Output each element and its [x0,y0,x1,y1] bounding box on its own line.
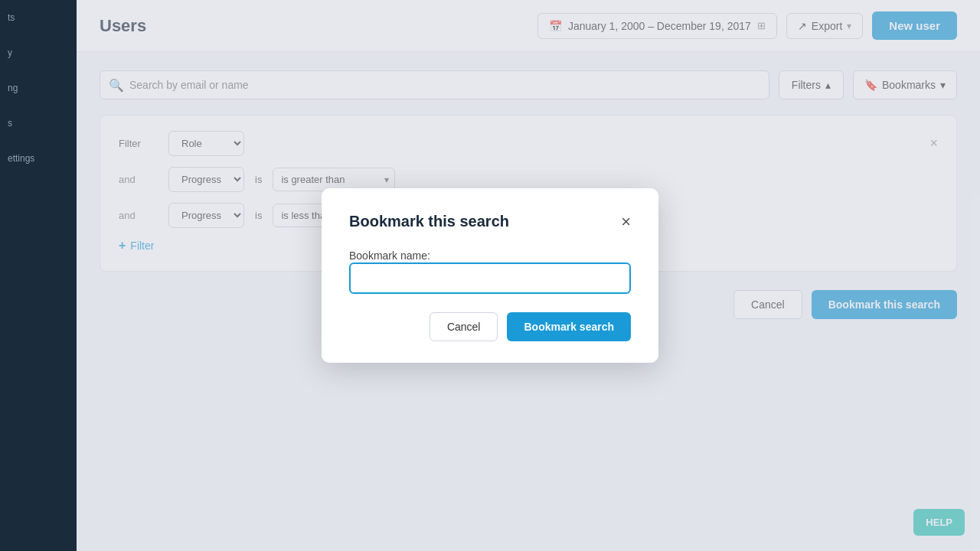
modal-header: Bookmark this search × [349,213,631,230]
sidebar-item-y[interactable]: y [0,35,77,70]
modal-cancel-button[interactable]: Cancel [430,312,498,341]
sidebar-item-s[interactable]: s [0,106,77,141]
modal-actions: Cancel Bookmark search [349,312,631,341]
sidebar-item-settings[interactable]: ettings [0,141,77,176]
sidebar-item-ts[interactable]: ts [0,0,77,35]
bookmark-name-input[interactable] [349,262,631,294]
modal-close-button[interactable]: × [621,214,631,230]
bookmark-name-label: Bookmark name: [349,249,430,262]
sidebar: ts y ng s ettings [0,0,77,551]
modal-title: Bookmark this search [349,213,509,230]
sidebar-item-ng[interactable]: ng [0,70,77,106]
bookmark-modal: Bookmark this search × Bookmark name: Ca… [322,188,658,363]
modal-bookmark-search-button[interactable]: Bookmark search [507,312,631,341]
